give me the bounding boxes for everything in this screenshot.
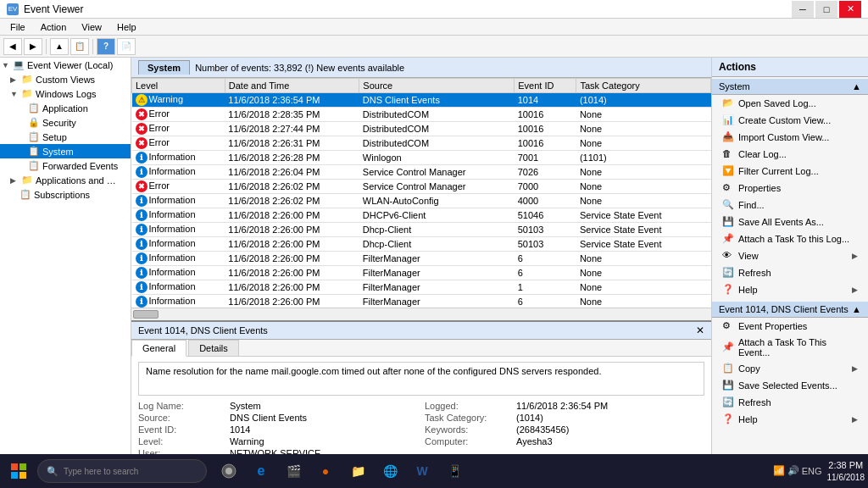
tab-details[interactable]: Details: [188, 340, 239, 356]
tree-item-custom-views[interactable]: ▶ 📁 Custom Views: [0, 72, 131, 86]
window-title: Event Viewer: [24, 3, 83, 15]
tree-item-windows-logs[interactable]: ▼ 📁 Windows Logs: [0, 86, 131, 101]
event-props-icon: ⚙: [722, 320, 734, 332]
col-category[interactable]: Task Category: [576, 79, 711, 93]
action-save-all[interactable]: 💾 Save All Events As...: [712, 214, 868, 230]
minimize-button[interactable]: ─: [792, 1, 814, 18]
action-filter-log[interactable]: 🔽 Filter Current Log...: [712, 163, 868, 180]
taskbar-clock[interactable]: 2:38 PM 11/6/2018: [827, 459, 865, 482]
table-row[interactable]: ℹInformation11/6/2018 2:26:04 PMService …: [132, 165, 711, 180]
level-icon: ✖: [136, 137, 147, 149]
value-keywords: (268435456): [516, 424, 704, 435]
toolbar-show-hide[interactable]: 📋: [70, 38, 89, 55]
taskbar-app-edge[interactable]: e: [246, 456, 276, 486]
network-icon[interactable]: 📶: [773, 465, 785, 476]
table-row[interactable]: ✖Error11/6/2018 2:27:44 PMDistributedCOM…: [132, 122, 711, 136]
tree-item-subscriptions[interactable]: 📋 Subscriptions: [0, 187, 131, 202]
close-button[interactable]: ✕: [839, 1, 861, 18]
toolbar-up[interactable]: ▲: [50, 38, 69, 55]
detail-title: Event 1014, DNS Client Events: [138, 325, 268, 336]
action-save-selected[interactable]: 💾 Save Selected Events...: [712, 377, 868, 394]
toolbar-forward[interactable]: ▶: [24, 38, 42, 55]
tree-item-event-viewer[interactable]: ▼ 💻 Event Viewer (Local): [0, 58, 131, 72]
table-row[interactable]: ℹInformation11/6/2018 2:26:00 PMDHCPv6-C…: [132, 208, 711, 223]
svg-rect-0: [11, 463, 18, 470]
table-row[interactable]: ℹInformation11/6/2018 2:26:00 PMFilterMa…: [132, 266, 711, 280]
table-row[interactable]: ⚠Warning11/6/2018 2:36:54 PMDNS Client E…: [132, 93, 711, 108]
action-attach-task-event[interactable]: 📌 Attach a Task To This Event...: [712, 335, 868, 360]
toolbar-back[interactable]: ◀: [3, 38, 22, 55]
volume-icon[interactable]: 🔊: [787, 465, 799, 476]
tree-item-system[interactable]: 📋 System: [0, 144, 131, 158]
table-row[interactable]: ℹInformation11/6/2018 2:26:00 PMFilterMa…: [132, 295, 711, 308]
col-eventid[interactable]: Event ID: [515, 79, 576, 93]
level-icon: ℹ: [136, 209, 147, 221]
action-refresh-system[interactable]: 🔄 Refresh: [712, 264, 868, 281]
col-date[interactable]: Date and Time: [225, 79, 359, 93]
start-button[interactable]: [3, 456, 34, 486]
action-find[interactable]: 🔍 Find...: [712, 197, 868, 214]
taskbar-search-box[interactable]: 🔍 Type here to search: [37, 459, 207, 483]
taskbar-app-vlc[interactable]: 🎬: [278, 456, 309, 486]
help-event-icon: ❓: [722, 413, 734, 425]
value-task-cat: (1014): [516, 413, 704, 423]
menu-help[interactable]: Help: [110, 20, 143, 34]
table-row[interactable]: ℹInformation11/6/2018 2:26:28 PMWinlogon…: [132, 151, 711, 165]
save-selected-icon: 💾: [722, 380, 734, 391]
menu-view[interactable]: View: [75, 20, 108, 34]
taskbar-app-unknown2[interactable]: 📱: [439, 456, 470, 486]
level-icon: ℹ: [136, 252, 147, 264]
event-table-container: Level Date and Time Source Event ID Task…: [131, 78, 711, 308]
table-row[interactable]: ℹInformation11/6/2018 2:26:00 PMDhcp-Cli…: [132, 237, 711, 252]
table-row[interactable]: ℹInformation11/6/2018 2:26:00 PMFilterMa…: [132, 280, 711, 295]
tree-item-application[interactable]: 📋 Application: [0, 101, 131, 115]
tree-item-setup[interactable]: 📋 Setup: [0, 130, 131, 144]
action-attach-task-log[interactable]: 📌 Attach a Task To this Log...: [712, 230, 868, 247]
value-computer: Ayesha3: [516, 436, 704, 446]
system-tab[interactable]: System: [138, 60, 190, 75]
action-refresh-event[interactable]: 🔄 Refresh: [712, 394, 868, 411]
maximize-button[interactable]: □: [815, 1, 837, 18]
taskbar-app-chrome[interactable]: 🌐: [375, 456, 405, 486]
value-event-id: 1014: [230, 424, 418, 435]
taskbar-app-cortana[interactable]: [214, 456, 244, 486]
col-source[interactable]: Source: [359, 79, 515, 93]
table-row[interactable]: ℹInformation11/6/2018 2:26:00 PMDhcp-Cli…: [132, 223, 711, 237]
taskbar-app-word[interactable]: W: [407, 456, 437, 486]
toolbar-extra[interactable]: 📄: [117, 38, 136, 55]
tree-item-app-services[interactable]: ▶ 📁 Applications and Services Lo...: [0, 173, 131, 187]
menu-file[interactable]: File: [3, 20, 32, 34]
table-row[interactable]: ✖Error11/6/2018 2:28:35 PMDistributedCOM…: [132, 108, 711, 122]
label-event-id: Event ID:: [138, 424, 223, 435]
tab-general[interactable]: General: [131, 340, 186, 357]
col-level[interactable]: Level: [132, 79, 225, 93]
action-create-view[interactable]: 📊 Create Custom View...: [712, 112, 868, 129]
action-clear-log[interactable]: 🗑 Clear Log...: [712, 146, 868, 163]
table-row[interactable]: ✖Error11/6/2018 2:26:31 PMDistributedCOM…: [132, 136, 711, 151]
action-view[interactable]: 👁 View ▶: [712, 247, 868, 264]
value-log-name: System: [230, 401, 418, 411]
action-import-view[interactable]: 📥 Import Custom View...: [712, 129, 868, 146]
action-event-properties[interactable]: ⚙ Event Properties: [712, 318, 868, 335]
table-row[interactable]: ℹInformation11/6/2018 2:26:02 PMWLAN-Aut…: [132, 194, 711, 208]
action-help-system[interactable]: ❓ Help ▶: [712, 281, 868, 298]
horizontal-scrollbar[interactable]: [131, 308, 711, 320]
actions-section-system[interactable]: System ▲: [712, 79, 868, 95]
action-open-log[interactable]: 📂 Open Saved Log...: [712, 95, 868, 112]
table-row[interactable]: ✖Error11/6/2018 2:26:02 PMService Contro…: [132, 180, 711, 194]
folder-icon-custom: 📁: [21, 74, 33, 85]
taskbar-app-file-explorer[interactable]: 📁: [342, 456, 373, 486]
table-row[interactable]: ℹInformation11/6/2018 2:26:00 PMFilterMa…: [132, 252, 711, 266]
action-help-event[interactable]: ❓ Help ▶: [712, 411, 868, 428]
action-copy[interactable]: 📋 Copy ▶: [712, 360, 868, 377]
actions-section-event[interactable]: Event 1014, DNS Client Events ▲: [712, 302, 868, 318]
taskbar-app-unknown1[interactable]: ●: [310, 456, 341, 486]
toolbar-help[interactable]: ?: [97, 38, 115, 55]
tree-item-security[interactable]: 🔒 Security: [0, 115, 131, 130]
action-properties[interactable]: ⚙ Properties: [712, 180, 868, 197]
tree-item-forwarded[interactable]: 📋 Forwarded Events: [0, 158, 131, 173]
close-detail-button[interactable]: ✕: [696, 324, 704, 336]
event-count-info: Number of events: 33,892 (!) New events …: [195, 63, 404, 73]
menu-action[interactable]: Action: [34, 20, 74, 34]
level-icon: ℹ: [136, 281, 147, 293]
